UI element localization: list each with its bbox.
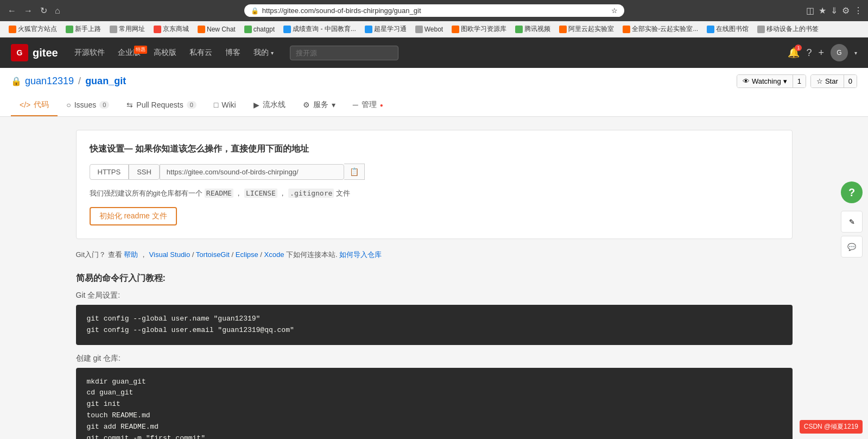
bookmark-icon[interactable]: ★ [819,5,826,16]
help-link[interactable]: 帮助 [124,250,138,259]
eclipse-link[interactable]: Eclipse [236,250,258,259]
watch-main[interactable]: 👁 Watching ▾ [737,75,793,87]
bookmark-favicon [283,26,291,33]
xcode-link[interactable]: Xcode [264,250,284,259]
bookmark-chatgpt[interactable]: chatgpt [241,24,278,34]
bookmark-favicon [154,26,161,33]
avatar[interactable]: G [831,44,848,61]
copy-button[interactable]: 📋 [344,164,365,180]
help-icon[interactable]: ? [806,47,812,59]
bookmark-chaoxing[interactable]: 超星学习通 [362,23,410,35]
global-config-title: Git 全局设置: [76,291,793,300]
tab-manage-label: 管理 [362,100,377,110]
bookmark-tencent[interactable]: 腾讯视频 [512,23,554,35]
tab-wiki[interactable]: □ Wiki [205,95,245,116]
bookmark-favicon [198,26,205,33]
message-side-button[interactable]: 💬 [841,236,863,258]
nav-opensource[interactable]: 开源软件 [69,45,110,61]
pipeline-icon: ▶ [254,101,259,109]
watch-label: Watching [752,77,781,85]
edit-side-button[interactable]: ✎ [841,211,863,233]
bookmark-mobile[interactable]: 移动设备上的书签 [754,23,822,35]
dropdown-arrow: ▾ [271,50,274,56]
issues-icon: ○ [66,101,71,109]
browser-toolbar: ← → ↻ ⌂ 🔒 https://gitee.com/sound-of-bir… [0,0,868,21]
notification-icon[interactable]: 🔔 1 [788,47,800,59]
tab-services[interactable]: ⚙ 服务 ▾ [294,95,344,116]
tab-pullrequests[interactable]: ⇆ Pull Requests 0 [118,95,205,116]
avatar-dropdown-icon[interactable]: ▾ [854,50,857,56]
bookmark-favicon [757,26,765,33]
address-bar[interactable]: 🔒 https://gitee.com/sound-of-birds-chirp… [244,4,624,17]
star-main[interactable]: ☆ Star [811,75,844,87]
profile-icon[interactable]: ⚙ [842,5,850,16]
tab-pipeline[interactable]: ▶ 流水线 [245,95,294,116]
bookmark-favicon [110,26,117,33]
bookmark-label: 图欧学习资源库 [461,24,506,34]
create-repo-code-block: mkdir guan_git cd guan_git git init touc… [76,368,793,439]
download-icon[interactable]: ⇓ [831,5,838,16]
nav-private[interactable]: 私有云 [184,45,218,61]
repo-nav: </> 代码 ○ Issues 0 ⇆ Pull Requests 0 □ Wi… [11,95,857,116]
https-button[interactable]: HTTPS [90,164,129,180]
plus-icon[interactable]: + [818,47,824,59]
csdn-corner[interactable]: CSDN @倾夏1219 [800,420,863,434]
watch-count[interactable]: 1 [793,75,806,87]
tab-code[interactable]: </> 代码 [11,95,58,116]
gitee-logo[interactable]: G gitee [11,44,58,61]
logo-icon: G [11,44,28,61]
visual-studio-link[interactable]: Visual Studio [149,250,191,259]
url-field[interactable] [160,164,344,180]
browser-actions: ◫ ★ ⇓ ⚙ ⋮ [806,5,863,16]
forward-button[interactable]: → [22,5,35,17]
bookmark-webot[interactable]: Webot [412,24,446,34]
extensions-icon[interactable]: ◫ [806,5,814,16]
bookmark-jd[interactable]: 京东商城 [150,23,192,35]
back-button[interactable]: ← [5,5,18,17]
bookmark-grades[interactable]: 成绩查询 - 中国教育... [280,23,359,35]
bookmark-label: 在线图书馆 [716,24,749,34]
bookmark-aliyun2[interactable]: 全部实验-云起实验室... [619,23,701,35]
bookmark-aliyun[interactable]: 阿里云起实验室 [556,23,617,35]
tab-manage[interactable]: ─ 管理 ● [344,95,392,116]
repo-name[interactable]: guan_git [85,76,126,87]
nav-mine[interactable]: 我的 ▾ [248,45,279,61]
bookmark-huohu[interactable]: 火狐官方站点 [5,23,60,35]
help-circle-button[interactable]: ? [841,181,863,203]
nav-enterprise[interactable]: 企业版 特惠 [112,45,146,61]
watch-button[interactable]: 👁 Watching ▾ 1 [737,74,806,88]
init-readme-button[interactable]: 初始化 readme 文件 [90,207,177,225]
bookmark-library[interactable]: 在线图书馆 [704,23,752,35]
tab-code-label: 代码 [34,100,49,110]
tab-services-label: 服务 [313,100,328,110]
bookmark-common[interactable]: 常用网址 [106,23,148,35]
git-help: Git入门？ 查看 帮助 ， Visual Studio / TortoiseG… [76,250,793,260]
refresh-button[interactable]: ↻ [38,4,49,17]
tortoisegit-link[interactable]: TortoiseGit [196,250,230,259]
search-input[interactable] [290,46,398,60]
header-search [290,46,398,60]
nav-buttons: ← → ↻ ⌂ [5,4,62,17]
menu-icon[interactable]: ⋮ [854,5,863,16]
watch-dropdown-icon: ▾ [783,77,787,85]
import-repo-link[interactable]: 如何导入仓库 [339,250,382,259]
star-count[interactable]: 0 [844,75,857,87]
tab-issues[interactable]: ○ Issues 0 [58,95,118,116]
global-config-code: git config --global user.name "guan12319… [87,313,782,336]
bookmark-favicon [365,26,372,33]
repo-owner[interactable]: guan12319 [25,76,74,87]
nav-blog[interactable]: 博客 [220,45,246,61]
services-dropdown-icon: ▾ [332,101,335,109]
star-button[interactable]: ☆ Star 0 [810,74,857,88]
bookmark-favicon [623,26,630,33]
nav-campus[interactable]: 高校版 [148,45,182,61]
bookmark-tueou[interactable]: 图欧学习资源库 [448,23,510,35]
ssh-button[interactable]: SSH [129,164,160,180]
tab-wiki-label: Wiki [221,101,236,109]
star-page-icon[interactable]: ☆ [611,7,618,15]
bookmark-newchat[interactable]: New Chat [194,24,239,34]
home-button[interactable]: ⌂ [53,5,62,17]
star-label: Star [825,77,838,85]
repo-title: 🔒 guan12319 / guan_git [11,76,126,87]
bookmark-newhand[interactable]: 新手上路 [62,23,104,35]
